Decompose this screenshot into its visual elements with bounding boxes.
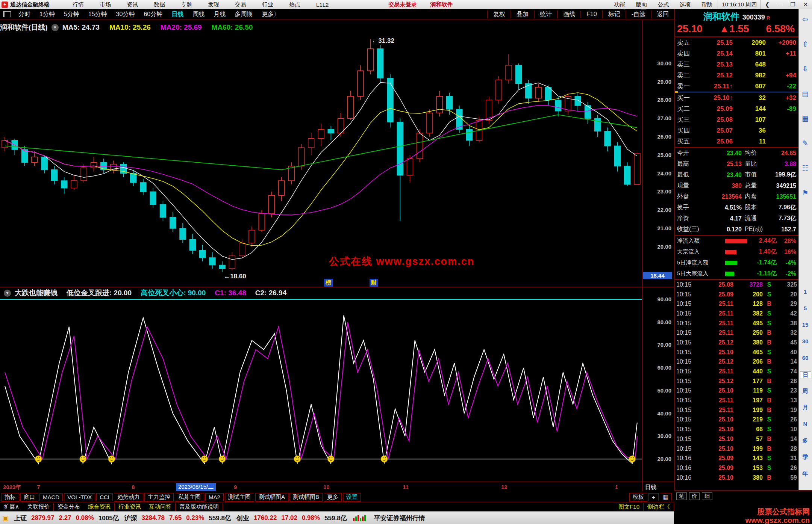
menu-item-4[interactable]: 专题 — [173, 1, 200, 8]
toolbar-btn-6[interactable]: -自选 — [626, 11, 651, 18]
indicator-chart[interactable] — [0, 299, 642, 482]
toolbar-btn-5[interactable]: 标记 — [602, 11, 626, 18]
index-name-0[interactable]: 上证 — [14, 514, 27, 522]
info-tab-综合资讯[interactable]: 综合资讯 — [84, 503, 115, 511]
strip-period-15[interactable]: 15 — [800, 322, 810, 328]
menu-item-9[interactable]: L1L2 — [308, 2, 336, 8]
menu-item-1[interactable]: 市场 — [92, 1, 119, 8]
index-name-2[interactable]: 创业 — [236, 514, 249, 522]
toolbar-btn-1[interactable]: 叠加 — [511, 11, 534, 18]
indicator-collapse-icon[interactable]: ▾ — [4, 290, 11, 297]
period-周线[interactable]: 周线 — [188, 11, 209, 18]
minimize-button[interactable]: ─ — [774, 2, 786, 8]
period-更多〉[interactable]: 更多〉 — [257, 11, 284, 18]
template-button[interactable]: 模板 — [629, 493, 647, 501]
indicator-tab-MA2[interactable]: MA2 — [205, 493, 224, 501]
link-侧边栏《[interactable]: 侧边栏《 — [644, 503, 674, 511]
period-5分钟[interactable]: 5分钟 — [59, 11, 84, 18]
back-arrow-icon[interactable]: ⇦ — [800, 15, 810, 24]
strip-period-月[interactable]: 月 — [800, 404, 810, 411]
strip-period-N[interactable]: N — [800, 421, 810, 427]
bid-row-4[interactable]: 买五25.0611 — [675, 136, 798, 147]
index-name-1[interactable]: 沪深 — [124, 514, 137, 522]
indicator-tab-更多[interactable]: 更多 — [324, 493, 342, 501]
menu-item-8[interactable]: 热点 — [281, 1, 308, 8]
indicator-tab-主力监控[interactable]: 主力监控 — [144, 493, 174, 501]
menu-right-2[interactable]: 公式 — [652, 1, 674, 8]
strip-period-多[interactable]: 多 — [800, 437, 810, 444]
period-月线[interactable]: 月线 — [209, 11, 230, 18]
strip-period-1[interactable]: 1 — [800, 288, 810, 295]
indicator-tab-指标[interactable]: 指标 — [1, 493, 19, 501]
menu-item-3[interactable]: 数据 — [146, 1, 173, 8]
strip-period-5[interactable]: 5 — [800, 305, 810, 311]
menu-item-2[interactable]: 资讯 — [119, 1, 146, 8]
split-screen-icon[interactable] — [3, 11, 11, 17]
indicator-tab-VOL-TDX[interactable]: VOL-TDX — [64, 493, 95, 501]
indicator-tab-私募主图[interactable]: 私募主图 — [175, 493, 204, 501]
period-多周期[interactable]: 多周期 — [230, 11, 257, 18]
toolbar-btn-7[interactable]: 返回 — [651, 11, 674, 18]
grid-view-icon[interactable]: ▦ — [800, 114, 810, 123]
layout-grid-icon[interactable]: ▦ — [660, 493, 672, 501]
ask-row-3[interactable]: 卖二25.12982+94 — [675, 70, 798, 81]
add-tab-button[interactable]: + — [648, 493, 659, 501]
bid-row-0[interactable]: 买一25.10↑32+32 — [675, 92, 798, 103]
info-tab-行业资讯[interactable]: 行业资讯 — [115, 503, 145, 511]
strip-period-日[interactable]: 日 — [800, 371, 811, 379]
info-tab-互动问答[interactable]: 互动问答 — [145, 503, 176, 511]
menu-right-4[interactable]: 帮助 — [696, 1, 718, 8]
close-button[interactable]: ✕ — [799, 1, 812, 8]
info-tab-资金分布[interactable]: 资金分布 — [54, 503, 84, 511]
settings-icon[interactable]: ▣ — [2, 514, 9, 522]
bid-row-2[interactable]: 买三25.08107 — [675, 114, 798, 125]
flag-marker-icon[interactable]: ⚑ — [800, 189, 810, 197]
ask-row-2[interactable]: 卖三25.13648 — [675, 59, 798, 70]
event-marker-1[interactable]: 财 — [370, 279, 378, 287]
indicator-tab-测试幅图B[interactable]: 测试幅图B — [289, 493, 323, 501]
period-分时[interactable]: 分时 — [14, 11, 35, 18]
period-1分钟[interactable]: 1分钟 — [35, 11, 59, 18]
period-60分钟[interactable]: 60分钟 — [139, 11, 167, 18]
chart-corner-icons[interactable]: ◇ ▣ — [622, 3, 652, 10]
indicator-tab-设置[interactable]: 设置 — [343, 493, 361, 501]
toolbar-btn-3[interactable]: 画线 — [557, 11, 580, 18]
period-30分钟[interactable]: 30分钟 — [112, 11, 139, 18]
indicator-tab-趋势动力[interactable]: 趋势动力 — [114, 493, 143, 501]
time-axis-highlight[interactable]: 2023/08/15/二 — [176, 483, 216, 491]
menu-alert-0[interactable]: 交易未登录 — [382, 1, 423, 8]
link-图文F10[interactable]: 图文F10 — [615, 503, 644, 511]
toolbar-btn-0[interactable]: 复权 — [487, 11, 511, 18]
draw-tool-icon[interactable]: ✎ — [800, 139, 810, 148]
quote-board-icon[interactable]: ▤ — [800, 89, 810, 98]
bid-row-3[interactable]: 买四25.0736 — [675, 125, 798, 136]
mini-tab-价[interactable]: 价 — [689, 492, 700, 500]
menu-right-3[interactable]: 选项 — [674, 1, 696, 8]
list-view-icon[interactable]: ☷ — [800, 164, 810, 172]
toolbar-btn-2[interactable]: 统计 — [534, 11, 557, 18]
collapse-chevron-icon[interactable]: ▾ — [52, 24, 59, 31]
page-up-icon[interactable]: ⇧ — [800, 40, 810, 48]
ask-row-1[interactable]: 卖四25.14801+11 — [675, 48, 798, 59]
menu-alert-1[interactable]: 润和软件 — [423, 1, 459, 8]
strip-period-季[interactable]: 季 — [800, 454, 810, 461]
page-down-icon[interactable]: ⇩ — [800, 65, 810, 73]
main-candlestick-chart[interactable]: ←31.32←18.60 — [0, 35, 642, 279]
strip-period-30[interactable]: 30 — [800, 338, 810, 344]
indicator-tab-CCI[interactable]: CCI — [96, 493, 113, 501]
menu-item-5[interactable]: 发现 — [200, 1, 227, 8]
restore-button[interactable]: ❐ — [786, 1, 799, 8]
indicator-tab-MACD[interactable]: MACD — [39, 493, 63, 501]
event-marker-0[interactable]: 榜 — [324, 279, 333, 287]
bid-row-1[interactable]: 买二25.09144-89 — [675, 103, 798, 114]
info-tab-普及版功能说明[interactable]: 普及版功能说明 — [176, 503, 223, 511]
info-tab-扩展∧[interactable]: 扩展∧ — [0, 503, 23, 511]
strip-period-周[interactable]: 周 — [800, 388, 810, 395]
mini-tab-笔[interactable]: 笔 — [676, 492, 687, 500]
menu-item-7[interactable]: 行业 — [254, 1, 281, 8]
period-15分钟[interactable]: 15分钟 — [84, 11, 112, 18]
strip-period-60[interactable]: 60 — [800, 355, 810, 361]
mini-tab-细[interactable]: 细 — [702, 492, 712, 500]
toolbar-btn-4[interactable]: F10 — [580, 11, 602, 18]
menu-item-6[interactable]: 交易 — [227, 1, 254, 8]
